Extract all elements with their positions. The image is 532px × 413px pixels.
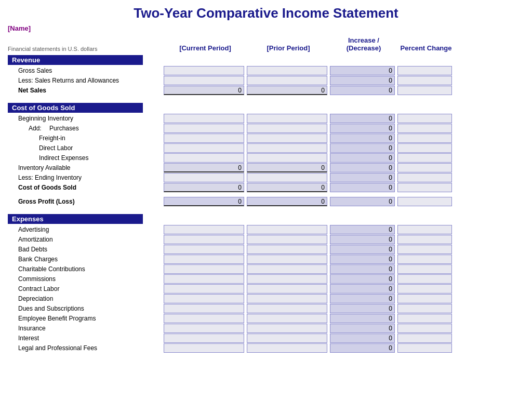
insurance-prior[interactable] — [247, 324, 327, 333]
beginning-inventory-label: Beginning Inventory — [8, 115, 164, 122]
freight-prior[interactable] — [247, 134, 327, 143]
dues-subscriptions-prior[interactable] — [247, 304, 327, 313]
net-sales-label: Net Sales — [8, 87, 164, 94]
name-label: [Name] — [8, 24, 524, 32]
gross-sales-prior[interactable] — [247, 66, 327, 75]
net-sales-current[interactable]: 0 — [164, 86, 244, 95]
indirect-expenses-label: Indirect Expenses — [8, 154, 164, 162]
dues-subscriptions-pct — [397, 304, 452, 313]
gross-profit-prior[interactable]: 0 — [247, 197, 327, 206]
legal-fees-pct — [397, 343, 452, 353]
employee-benefit-prior[interactable] — [247, 314, 327, 323]
sales-returns-row: Less: Sales Returns and Allowances 0 — [8, 76, 524, 85]
indirect-expenses-current[interactable] — [164, 153, 244, 163]
advertising-current[interactable] — [164, 225, 244, 234]
employee-benefit-inc: 0 — [330, 314, 395, 323]
amortization-label: Amortization — [8, 236, 164, 243]
amortization-pct — [397, 235, 452, 244]
direct-labor-inc: 0 — [330, 143, 395, 153]
insurance-current[interactable] — [164, 324, 244, 333]
gross-profit-current[interactable]: 0 — [164, 197, 244, 206]
commissions-row: Commissions 0 — [8, 274, 524, 284]
amortization-prior[interactable] — [247, 235, 327, 244]
beginning-inventory-current[interactable] — [164, 114, 244, 123]
bank-charges-current[interactable] — [164, 255, 244, 264]
freight-row: Freight-in 0 — [8, 134, 524, 143]
interest-row: Interest 0 — [8, 334, 524, 343]
bad-debts-current[interactable] — [164, 245, 244, 254]
cogs-total-prior[interactable]: 0 — [247, 183, 327, 192]
employee-benefit-current[interactable] — [164, 314, 244, 323]
depreciation-label: Depreciation — [8, 295, 164, 302]
bank-charges-prior[interactable] — [247, 255, 327, 264]
contract-labor-current[interactable] — [164, 284, 244, 294]
direct-labor-prior[interactable] — [247, 143, 327, 153]
legal-fees-inc: 0 — [330, 343, 395, 353]
insurance-pct — [397, 324, 452, 333]
dues-subscriptions-current[interactable] — [164, 304, 244, 313]
amortization-current[interactable] — [164, 235, 244, 244]
contract-labor-prior[interactable] — [247, 284, 327, 294]
revenue-section-header: Revenue — [8, 55, 524, 65]
freight-current[interactable] — [164, 134, 244, 143]
inventory-available-prior[interactable]: 0 — [247, 163, 327, 172]
freight-label: Freight-in — [8, 135, 164, 142]
interest-inc: 0 — [330, 334, 395, 343]
cogs-total-label: Cost of Goods Sold — [8, 184, 164, 191]
gross-sales-current[interactable] — [164, 66, 244, 75]
depreciation-pct — [397, 294, 452, 303]
depreciation-prior[interactable] — [247, 294, 327, 303]
sales-returns-current[interactable] — [164, 76, 244, 85]
cogs-total-inc: 0 — [330, 183, 395, 192]
beginning-inventory-prior[interactable] — [247, 114, 327, 123]
charitable-contributions-current[interactable] — [164, 264, 244, 274]
indirect-expenses-row: Indirect Expenses 0 — [8, 153, 524, 163]
inventory-available-inc: 0 — [330, 163, 395, 172]
cogs-total-current[interactable]: 0 — [164, 183, 244, 192]
bad-debts-label: Bad Debts — [8, 246, 164, 253]
charitable-contributions-row: Charitable Contributions 0 — [8, 264, 524, 274]
sales-returns-prior[interactable] — [247, 76, 327, 85]
interest-prior[interactable] — [247, 334, 327, 343]
dues-subscriptions-inc: 0 — [330, 304, 395, 313]
advertising-inc: 0 — [330, 225, 395, 234]
legal-fees-row: Legal and Professional Fees 0 — [8, 343, 524, 353]
direct-labor-pct — [397, 143, 452, 153]
net-sales-pct — [397, 86, 452, 95]
freight-pct — [397, 134, 452, 143]
net-sales-row: Net Sales 0 0 0 — [8, 86, 524, 95]
freight-inc: 0 — [330, 134, 395, 143]
purchases-current[interactable] — [164, 124, 244, 133]
charitable-contributions-inc: 0 — [330, 264, 395, 274]
gross-profit-inc: 0 — [330, 197, 395, 206]
bank-charges-pct — [397, 255, 452, 264]
inventory-available-current[interactable]: 0 — [164, 163, 244, 172]
commissions-pct — [397, 274, 452, 284]
depreciation-current[interactable] — [164, 294, 244, 303]
commissions-prior[interactable] — [247, 274, 327, 284]
net-sales-prior[interactable]: 0 — [247, 86, 327, 95]
legal-fees-current[interactable] — [164, 343, 244, 353]
purchases-prior[interactable] — [247, 124, 327, 133]
ending-inventory-label: Less: Ending Inventory — [8, 174, 164, 181]
percent-header: Percent Change — [397, 44, 455, 52]
expenses-section-header: Expenses — [8, 214, 524, 224]
direct-labor-current[interactable] — [164, 143, 244, 153]
depreciation-row: Depreciation 0 — [8, 294, 524, 303]
bad-debts-prior[interactable] — [247, 245, 327, 254]
bad-debts-pct — [397, 245, 452, 254]
charitable-contributions-prior[interactable] — [247, 264, 327, 274]
gross-sales-inc: 0 — [330, 66, 395, 75]
ending-inventory-current[interactable] — [164, 173, 244, 182]
interest-current[interactable] — [164, 334, 244, 343]
prior-period-header: [Prior Period] — [247, 44, 330, 52]
contract-labor-row: Contract Labor 0 — [8, 284, 524, 294]
sales-returns-label: Less: Sales Returns and Allowances — [8, 77, 164, 84]
legal-fees-prior[interactable] — [247, 343, 327, 353]
indirect-expenses-prior[interactable] — [247, 153, 327, 163]
ending-inventory-prior[interactable] — [247, 173, 327, 182]
advertising-prior[interactable] — [247, 225, 327, 234]
commissions-label: Commissions — [8, 275, 164, 283]
page-title: Two-Year Comparative Income Statement — [8, 5, 524, 21]
commissions-current[interactable] — [164, 274, 244, 284]
